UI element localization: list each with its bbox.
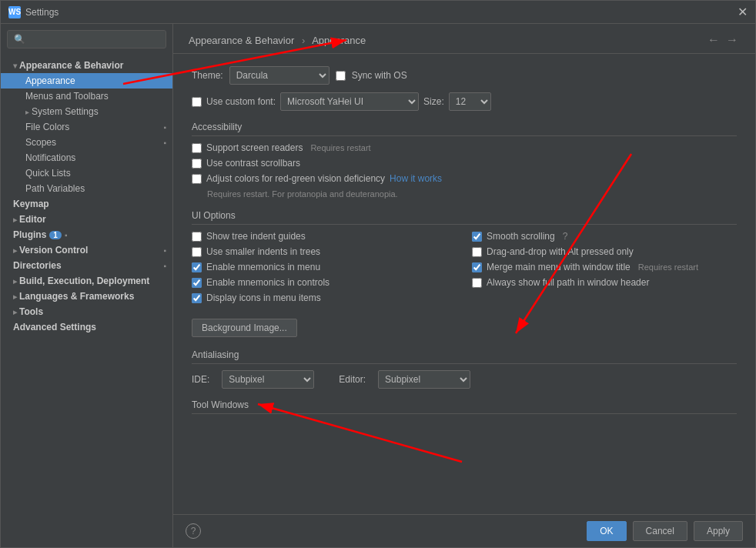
apply-button[interactable]: Apply — [694, 521, 743, 541]
title-bar: WS Settings ✕ — [1, 1, 755, 24]
full-path-label: Always show full path in window header — [487, 277, 649, 288]
theme-row: Theme: Darcula IntelliJ Light High Contr… — [192, 66, 737, 85]
theme-select[interactable]: Darcula IntelliJ Light High Contrast — [229, 66, 329, 85]
vc-icon: ▪ — [163, 246, 166, 255]
search-input[interactable] — [28, 34, 159, 45]
cancel-button[interactable]: Cancel — [633, 521, 687, 541]
breadcrumb-sep: › — [302, 35, 305, 46]
smaller-indents-row: Use smaller indents in trees — [192, 246, 457, 257]
expand-icon: ▸ — [13, 246, 17, 255]
window-title: Settings — [25, 7, 731, 18]
mnemonics-menu-row: Enable mnemonics in menu — [192, 262, 457, 272]
drag-drop-checkbox[interactable] — [472, 247, 482, 257]
sidebar-item-languages-frameworks[interactable]: ▸ Languages & Frameworks — [1, 289, 172, 304]
expand-icon: ▸ — [25, 108, 29, 116]
ui-options-left: Show tree indent guides Use smaller inde… — [192, 231, 457, 308]
sidebar: 🔍 ▾ Appearance & Behavior Appearance Men… — [1, 24, 173, 547]
sidebar-item-quick-lists[interactable]: Quick Lists — [1, 165, 172, 181]
display-icons-checkbox[interactable] — [192, 293, 202, 303]
back-button[interactable]: ← — [706, 33, 721, 47]
custom-font-row: Use custom font: Microsoft YaHei UI Aria… — [192, 92, 737, 111]
display-icons-label: Display icons in menu items — [206, 292, 321, 303]
sidebar-item-keymap[interactable]: Keymap — [1, 196, 172, 212]
bottom-right-buttons: OK Cancel Apply — [587, 521, 743, 541]
merge-menu-row: Merge main menu with window title Requir… — [472, 262, 737, 272]
custom-font-label: Use custom font: — [206, 96, 276, 107]
sidebar-item-scopes[interactable]: Scopes ▪ — [1, 135, 172, 150]
scopes-icon: ▪ — [163, 139, 166, 147]
ok-button[interactable]: OK — [587, 521, 626, 541]
sidebar-item-system-settings[interactable]: ▸ System Settings — [1, 104, 172, 119]
expand-icon: ▸ — [13, 277, 17, 286]
red-green-row: Adjust colors for red-green vision defic… — [192, 173, 737, 184]
editor-antialiasing-select[interactable]: Subpixel Greyscale None — [378, 370, 470, 389]
drag-drop-label: Drag-and-drop with Alt pressed only — [487, 246, 634, 257]
red-green-checkbox[interactable] — [192, 174, 202, 184]
sidebar-item-notifications[interactable]: Notifications — [1, 150, 172, 165]
smaller-indents-checkbox[interactable] — [192, 247, 202, 257]
smooth-scrolling-label: Smooth scrolling — [487, 231, 555, 242]
close-button[interactable]: ✕ — [738, 5, 748, 19]
full-path-row: Always show full path in window header — [472, 277, 737, 288]
screen-readers-label: Support screen readers — [206, 142, 303, 153]
size-label: Size: — [423, 96, 444, 107]
ui-options-right: Smooth scrolling ? Drag-and-drop with Al… — [472, 231, 737, 308]
tree-indent-checkbox[interactable] — [192, 232, 202, 242]
size-select[interactable]: 10 11 12 13 — [449, 92, 491, 111]
file-colors-icon: ▪ — [163, 123, 166, 132]
help-button[interactable]: ? — [186, 523, 201, 539]
smooth-scrolling-help-icon[interactable]: ? — [563, 231, 568, 242]
nav-tree: ▾ Appearance & Behavior Appearance Menus… — [1, 55, 172, 547]
antialiasing-section-header: Antialiasing — [192, 349, 737, 364]
smooth-scrolling-checkbox[interactable] — [472, 232, 482, 242]
smooth-scrolling-row: Smooth scrolling ? — [472, 231, 737, 242]
sidebar-item-editor[interactable]: ▸ Editor — [1, 212, 172, 227]
breadcrumb-part2: Appearance — [312, 35, 366, 46]
sync-os-checkbox[interactable] — [336, 71, 346, 81]
contrast-scrollbars-row: Use contrast scrollbars — [192, 158, 737, 169]
sidebar-item-tools[interactable]: ▸ Tools — [1, 304, 172, 319]
theme-label: Theme: — [192, 70, 223, 81]
mnemonics-menu-label: Enable mnemonics in menu — [206, 262, 320, 272]
full-path-checkbox[interactable] — [472, 278, 482, 288]
settings-content: Theme: Darcula IntelliJ Light High Contr… — [173, 54, 755, 514]
sidebar-item-path-variables[interactable]: Path Variables — [1, 181, 172, 196]
search-box[interactable]: 🔍 — [7, 30, 166, 48]
bottom-bar: ? OK Cancel Apply — [173, 514, 755, 547]
screen-readers-row: Support screen readers Requires restart — [192, 142, 737, 153]
ui-options-grid: Show tree indent guides Use smaller inde… — [192, 231, 737, 308]
content-header: Appearance & Behavior › Appearance ← → — [173, 24, 755, 54]
sidebar-item-plugins[interactable]: Plugins 1 ▪ — [1, 227, 172, 242]
sidebar-item-menus-toolbars[interactable]: Menus and Toolbars — [1, 89, 172, 104]
forward-button[interactable]: → — [724, 33, 740, 47]
mnemonics-controls-label: Enable mnemonics in controls — [206, 277, 329, 288]
content-area: Appearance & Behavior › Appearance ← → T… — [173, 24, 755, 547]
how-it-works-link[interactable]: How it works — [390, 173, 442, 184]
dir-icon: ▪ — [163, 262, 166, 270]
screen-readers-checkbox[interactable] — [192, 143, 202, 153]
search-icon: 🔍 — [14, 34, 25, 45]
ide-antialiasing-select[interactable]: Subpixel Greyscale None — [222, 370, 314, 389]
sidebar-item-advanced-settings[interactable]: Advanced Settings — [1, 319, 172, 335]
custom-font-checkbox[interactable] — [192, 97, 202, 107]
expand-icon: ▾ — [13, 62, 17, 70]
expand-icon: ▸ — [13, 216, 17, 224]
background-image-button[interactable]: Background Image... — [192, 319, 297, 337]
app-icon: WS — [8, 6, 21, 18]
smaller-indents-label: Use smaller indents in trees — [206, 246, 320, 257]
sidebar-item-build-execution[interactable]: ▸ Build, Execution, Deployment — [1, 273, 172, 289]
font-select[interactable]: Microsoft YaHei UI Arial Consolas — [280, 92, 419, 111]
sidebar-item-file-colors[interactable]: File Colors ▪ — [1, 119, 172, 135]
sidebar-item-appearance-behavior[interactable]: ▾ Appearance & Behavior — [1, 58, 172, 73]
sidebar-item-appearance[interactable]: Appearance — [1, 73, 172, 89]
plugins-badge: 1 — [49, 231, 62, 239]
contrast-scrollbars-checkbox[interactable] — [192, 159, 202, 169]
breadcrumb: Appearance & Behavior › Appearance — [189, 35, 366, 46]
antialiasing-row: IDE: Subpixel Greyscale None Editor: Sub… — [192, 370, 737, 389]
mnemonics-controls-checkbox[interactable] — [192, 278, 202, 288]
mnemonics-menu-checkbox[interactable] — [192, 262, 202, 272]
merge-menu-checkbox[interactable] — [472, 262, 482, 272]
sidebar-item-directories[interactable]: Directories ▪ — [1, 258, 172, 273]
sidebar-item-version-control[interactable]: ▸ Version Control ▪ — [1, 242, 172, 258]
red-green-hint: Requires restart. For protanopia and deu… — [207, 189, 398, 199]
